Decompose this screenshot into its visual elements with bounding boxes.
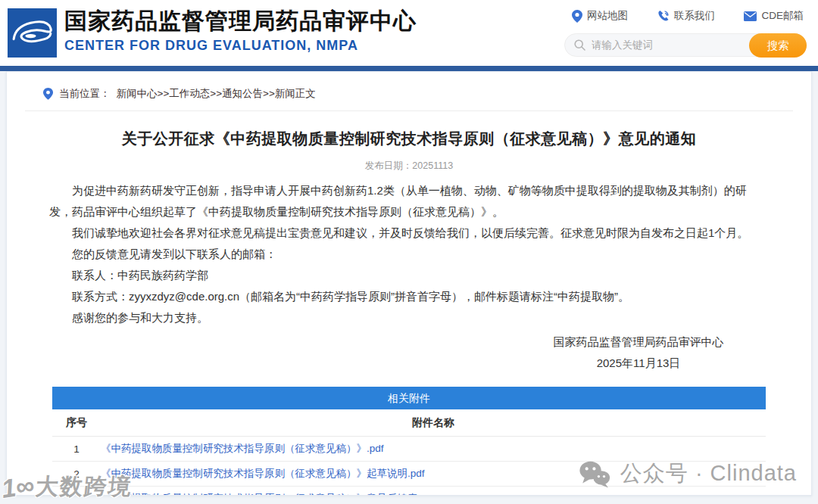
signature-block: 国家药品监督管理局药品审评中心 2025年11月13日 <box>502 331 775 374</box>
phone-icon <box>657 10 670 22</box>
cde-mail-label: CDE邮箱 <box>761 9 804 23</box>
table-row: 3 《中药提取物质量控制研究技术指导原则（征求意见稿）》意见反馈表.docx <box>52 487 766 496</box>
table-row: 1 《中药提取物质量控制研究技术指导原则（征求意见稿）》.pdf <box>52 437 766 462</box>
contact-link[interactable]: 联系我们 <box>657 9 715 23</box>
content-panel: 当前位置：新闻中心>>工作动态>>通知公告>>新闻正文 关于公开征求《中药提取物… <box>6 71 812 496</box>
attachment-link[interactable]: 《中药提取物质量控制研究技术指导原则（征求意见稿）》起草说明.pdf <box>101 468 425 479</box>
cde-logo <box>8 8 57 58</box>
publish-date: 发布日期：20251113 <box>7 160 811 173</box>
article-body: 为促进中药新药研发守正创新，指导申请人开展中药创新药1.2类（从单一植物、动物、… <box>7 173 811 328</box>
paragraph: 联系方式：zyyxzdyz@cde.org.cn（邮箱名为“中药药学指导原则”拼… <box>49 286 767 307</box>
table-row: 2 《中药提取物质量控制研究技术指导原则（征求意见稿）》起草说明.pdf <box>52 462 766 487</box>
mail-icon <box>744 11 757 21</box>
map-pin-icon <box>572 10 582 23</box>
sitemap-link[interactable]: 网站地图 <box>572 9 628 23</box>
breadcrumb-divider <box>25 110 793 111</box>
site-header: 国家药品监督管理局药品审评中心 CENTER FOR DRUG EVALUATI… <box>0 0 818 66</box>
paragraph: 您的反馈意见请发到以下联系人的邮箱： <box>49 244 767 265</box>
signature-date: 2025年11月13日 <box>502 353 775 374</box>
breadcrumb-prefix: 当前位置： <box>59 87 111 101</box>
attachment-no: 2 <box>52 468 101 480</box>
breadcrumb-path[interactable]: 新闻中心>>工作动态>>通知公告>>新闻正文 <box>117 87 316 101</box>
attachment-no: 3 <box>52 493 101 496</box>
article-title: 关于公开征求《中药提取物质量控制研究技术指导原则（征求意见稿）》意见的通知 <box>7 129 811 149</box>
sitemap-label: 网站地图 <box>587 9 628 23</box>
cde-mail-link[interactable]: CDE邮箱 <box>744 9 804 23</box>
attachment-link[interactable]: 《中药提取物质量控制研究技术指导原则（征求意见稿）》意见反馈表.docx <box>101 493 442 496</box>
paragraph: 感谢您的参与和大力支持。 <box>49 307 767 328</box>
attachment-link[interactable]: 《中药提取物质量控制研究技术指导原则（征求意见稿）》.pdf <box>101 443 384 454</box>
column-header-name: 附件名称 <box>101 416 766 430</box>
quick-links: 网站地图 联系我们 CDE邮箱 <box>564 8 807 23</box>
location-pin-icon <box>43 88 53 100</box>
paragraph: 为促进中药新药研发守正创新，指导申请人开展中药创新药1.2类（从单一植物、动物、… <box>49 180 767 222</box>
org-title: 国家药品监督管理局药品审评中心 <box>64 8 417 35</box>
header-divider-bar <box>0 66 818 71</box>
attachments-header-row: 序号 附件名称 <box>52 409 766 437</box>
paragraph: 我们诚挚地欢迎社会各界对征求意见稿提出宝贵意见和建议，并及时反馈给我们，以便后续… <box>49 222 767 244</box>
org-subtitle: CENTER FOR DRUG EVALUATION, NMPA <box>64 38 417 54</box>
contact-label: 联系我们 <box>674 9 715 23</box>
search-button[interactable]: 搜索 <box>749 33 807 58</box>
cde-logo-icon <box>8 8 57 58</box>
breadcrumb: 当前位置：新闻中心>>工作动态>>通知公告>>新闻正文 <box>7 72 811 101</box>
attachment-no: 1 <box>52 443 101 455</box>
attachments-caption: 相关附件 <box>52 387 766 409</box>
column-header-no: 序号 <box>52 416 101 430</box>
search-bar: 搜索 <box>564 33 807 57</box>
search-icon <box>574 39 585 51</box>
attachments-table: 相关附件 序号 附件名称 1 《中药提取物质量控制研究技术指导原则（征求意见稿）… <box>52 387 766 496</box>
paragraph: 联系人：中药民族药药学部 <box>49 265 767 286</box>
signature-org: 国家药品监督管理局药品审评中心 <box>502 331 775 353</box>
